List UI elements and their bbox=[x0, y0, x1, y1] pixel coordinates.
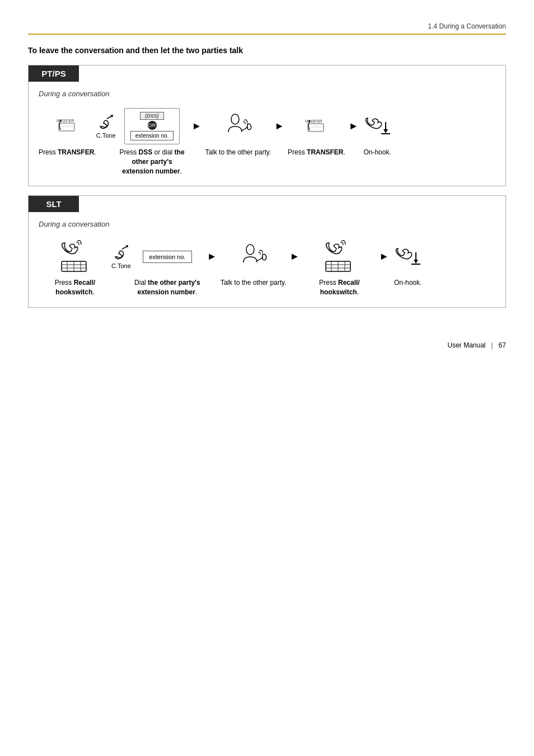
ext-no-box: extension no. bbox=[143, 251, 191, 263]
svg-text:TRANSFER: TRANSFER bbox=[305, 119, 322, 123]
svg-marker-12 bbox=[383, 129, 388, 133]
svg-point-21 bbox=[126, 245, 128, 247]
pt-ps-step-5: TRANSFER Press TRANSFER. bbox=[288, 108, 345, 157]
right-arrow-5: ► bbox=[290, 251, 300, 262]
svg-rect-2 bbox=[59, 123, 74, 131]
slt-step-3: extension no. Dial the other party's ext… bbox=[131, 238, 204, 297]
svg-rect-9 bbox=[308, 124, 324, 132]
or-circle: OR bbox=[148, 121, 157, 130]
slt-step-2: C.Tone bbox=[111, 238, 131, 278]
slt-phone-svg-2 bbox=[325, 240, 354, 274]
slt-phone-icon-2 bbox=[325, 238, 354, 275]
pt-ps-header: PT/PS bbox=[29, 65, 79, 82]
footer-text: User Manual bbox=[447, 341, 485, 349]
arrow-4: ► bbox=[204, 238, 221, 275]
slt-desc-5: Press Recall/ hookswitch. bbox=[303, 278, 376, 297]
pt-ps-desc-3: Press DSS or dial the other party's exte… bbox=[116, 148, 189, 176]
ctone-label-2: C.Tone bbox=[111, 262, 131, 269]
pt-ps-desc-4: Talk to the other party. bbox=[205, 148, 271, 157]
svg-line-20 bbox=[122, 247, 127, 249]
main-title: To leave the conversation and then let t… bbox=[28, 46, 506, 55]
talk-person-svg-2 bbox=[238, 241, 269, 272]
pt-ps-desc-5: Press TRANSFER. bbox=[288, 148, 345, 157]
page-header: 1.4 During a Conversation bbox=[28, 22, 506, 35]
page-footer: User Manual | 67 bbox=[28, 341, 506, 349]
slt-desc-4: Talk to the other party. bbox=[221, 278, 287, 288]
right-arrow-2: ► bbox=[274, 120, 284, 132]
slt-phone-icon-1 bbox=[60, 238, 90, 275]
ext-no-icon: extension no. bbox=[143, 238, 191, 275]
svg-text:TRANSFER: TRANSFER bbox=[56, 119, 74, 123]
extension-no-box: extension no. bbox=[130, 131, 174, 140]
svg-marker-30 bbox=[414, 260, 418, 264]
ctone-icon-2: C.Tone bbox=[111, 238, 131, 275]
onhook-icon-1 bbox=[362, 108, 393, 144]
dss-label: (DSS) bbox=[140, 112, 164, 120]
slt-step-6: On-hook. bbox=[392, 238, 423, 288]
pt-ps-section: PT/PS During a conversation bbox=[28, 65, 506, 186]
right-arrow-4: ► bbox=[207, 251, 217, 262]
footer-page: 67 bbox=[499, 341, 506, 349]
pt-ps-body: During a conversation bbox=[29, 82, 505, 186]
talk-icon-1 bbox=[223, 108, 254, 144]
pt-ps-step-2: C.Tone bbox=[96, 108, 116, 148]
arrow-5: ► bbox=[287, 238, 303, 275]
slt-header: SLT bbox=[29, 196, 79, 212]
slt-step-4: Talk to the other party. bbox=[221, 238, 287, 288]
slt-during-label: During a conversation bbox=[39, 220, 495, 228]
pt-ps-desc-1: Press TRANSFER. bbox=[39, 148, 96, 157]
onhook-svg-1 bbox=[362, 114, 393, 139]
slt-phone-svg-1 bbox=[60, 240, 90, 274]
pt-ps-step-1: TRANSFER Press TRANSFER. bbox=[39, 108, 96, 157]
onhook-icon-2 bbox=[392, 238, 423, 275]
slt-desc-1: Press Recall/ hookswitch. bbox=[39, 278, 111, 297]
right-arrow-1: ► bbox=[192, 120, 202, 132]
svg-point-22 bbox=[246, 245, 254, 255]
ctone-icon-1: C.Tone bbox=[96, 108, 116, 144]
phone-hook-svg-1 bbox=[97, 114, 115, 132]
talk-person-svg-1 bbox=[223, 111, 254, 142]
arrow-6: ► bbox=[376, 238, 392, 275]
slt-body: During a conversation bbox=[29, 212, 505, 307]
pt-ps-during-label: During a conversation bbox=[39, 90, 495, 98]
pt-ps-step-6: On-hook. bbox=[362, 108, 393, 157]
ctone-label-1: C.Tone bbox=[96, 132, 116, 139]
phone-hook-svg-2 bbox=[112, 245, 130, 262]
arrow-3: ► bbox=[345, 108, 362, 144]
right-arrow-6: ► bbox=[379, 251, 389, 262]
svg-point-6 bbox=[231, 114, 239, 124]
talk-icon-2 bbox=[238, 238, 269, 275]
right-arrow-3: ► bbox=[349, 120, 359, 132]
arrow-2: ► bbox=[271, 108, 288, 144]
transfer-svg-1: TRANSFER bbox=[56, 115, 78, 137]
slt-section: SLT During a conversation bbox=[28, 195, 506, 308]
arrow-1: ► bbox=[189, 108, 205, 144]
slt-desc-3: Dial the other party's extension number. bbox=[131, 278, 204, 297]
slt-steps-row: Press Recall/ hookswitch. C.Tone bbox=[39, 238, 495, 297]
svg-point-5 bbox=[111, 115, 113, 117]
pt-ps-steps-row: TRANSFER Press TRANSFER. bbox=[39, 108, 495, 176]
onhook-svg-2 bbox=[392, 244, 423, 269]
pt-ps-step-4: Talk to the other party. bbox=[205, 108, 271, 157]
svg-line-4 bbox=[107, 116, 111, 119]
pt-ps-desc-6: On-hook. bbox=[363, 148, 391, 157]
transfer-button-icon-1: TRANSFER bbox=[56, 108, 78, 144]
pt-ps-step-3: (DSS) OR extension no. Press DSS or dial… bbox=[116, 108, 189, 176]
transfer-svg-2: TRANSFER bbox=[305, 116, 327, 137]
dss-box-icon: (DSS) OR extension no. bbox=[124, 108, 180, 144]
section-title: 1.4 During a Conversation bbox=[428, 22, 506, 30]
transfer-button-icon-2: TRANSFER bbox=[305, 108, 327, 144]
slt-step-5: Press Recall/ hookswitch. bbox=[303, 238, 376, 297]
slt-desc-6: On-hook. bbox=[394, 278, 421, 288]
slt-step-1: Press Recall/ hookswitch. bbox=[39, 238, 111, 297]
